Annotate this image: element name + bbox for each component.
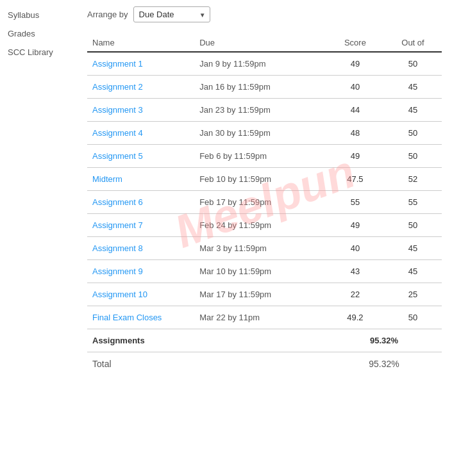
cell-due: Jan 30 by 11:59pm [194,122,326,145]
table-row: Assignment 6Feb 17 by 11:59pm5555 [87,191,442,214]
cell-score: 44 [326,99,384,122]
table-row: Assignment 8Mar 3 by 11:59pm4045 [87,237,442,260]
cell-outof: 50 [384,145,442,168]
header-outof: Out of [384,34,442,52]
arrange-select-wrapper: Due Date Name Score [133,6,210,22]
assignment-link[interactable]: Assignment 10 [92,290,147,299]
cell-name: Assignment 6 [87,191,194,214]
cell-outof: 50 [384,306,442,329]
table-row: Assignment 5Feb 6 by 11:59pm4950 [87,145,442,168]
assignment-link[interactable]: Final Exam Closes [92,313,162,322]
cell-score: 22 [326,283,384,306]
total-percent: 95.32% [326,352,442,376]
assignment-link[interactable]: Assignment 6 [92,197,143,207]
assignment-link[interactable]: Assignment 9 [92,267,143,276]
cell-outof: 50 [384,52,442,76]
cell-due: Jan 16 by 11:59pm [194,76,326,99]
table-row: Final Exam ClosesMar 22 by 11pm49.250 [87,306,442,329]
cell-name: Assignment 1 [87,52,194,76]
cell-name: Assignment 2 [87,76,194,99]
cell-outof: 45 [384,76,442,99]
table-header-row: Name Due Score Out of [87,34,442,52]
cell-score: 43 [326,260,384,283]
cell-score: 55 [326,191,384,214]
cell-name: Assignment 5 [87,145,194,168]
sidebar-item-syllabus[interactable]: Syllabus [8,10,69,20]
assignment-link[interactable]: Assignment 4 [92,128,143,138]
cell-due: Mar 17 by 11:59pm [194,283,326,306]
cell-score: 49.2 [326,306,384,329]
assignment-link[interactable]: Assignment 5 [92,151,143,161]
cell-outof: 50 [384,122,442,145]
table-row: MidtermFeb 10 by 11:59pm47.552 [87,168,442,191]
cell-score: 49 [326,145,384,168]
cell-due: Mar 10 by 11:59pm [194,260,326,283]
header-name: Name [87,34,194,52]
total-label: Total [87,352,326,376]
arrange-select[interactable]: Due Date Name Score [133,6,210,22]
cell-score: 47.5 [326,168,384,191]
summary-percent: 95.32% [326,329,442,352]
assignment-link[interactable]: Assignment 3 [92,105,143,115]
cell-outof: 45 [384,237,442,260]
assignment-link[interactable]: Assignment 7 [92,220,143,230]
sidebar-item-scc-library[interactable]: SCC Library [8,47,69,57]
assignment-link[interactable]: Midterm [92,174,122,184]
arrange-label: Arrange by [87,10,128,19]
header-due: Due [194,34,326,52]
total-row: Total95.32% [87,352,442,376]
sidebar: Syllabus Grades SCC Library [0,0,77,382]
cell-name: Assignment 3 [87,99,194,122]
assignment-link[interactable]: Assignment 8 [92,243,143,253]
table-row: Assignment 2Jan 16 by 11:59pm4045 [87,76,442,99]
cell-score: 49 [326,52,384,76]
cell-due: Jan 9 by 11:59pm [194,52,326,76]
cell-outof: 52 [384,168,442,191]
cell-name: Assignment 10 [87,283,194,306]
cell-name: Final Exam Closes [87,306,194,329]
main-content: Meelpun Arrange by Due Date Name Score N… [77,0,452,382]
cell-name: Midterm [87,168,194,191]
table-row: Assignment 7Feb 24 by 11:59pm4950 [87,214,442,237]
cell-due: Feb 17 by 11:59pm [194,191,326,214]
cell-due: Feb 24 by 11:59pm [194,214,326,237]
cell-name: Assignment 9 [87,260,194,283]
table-row: Assignment 9Mar 10 by 11:59pm4345 [87,260,442,283]
cell-name: Assignment 8 [87,237,194,260]
cell-score: 48 [326,122,384,145]
summary-row: Assignments95.32% [87,329,442,352]
cell-name: Assignment 7 [87,214,194,237]
assignment-link[interactable]: Assignment 2 [92,82,143,92]
cell-score: 40 [326,76,384,99]
grades-table: Name Due Score Out of Assignment 1Jan 9 … [87,34,442,375]
cell-due: Mar 22 by 11pm [194,306,326,329]
cell-due: Jan 23 by 11:59pm [194,99,326,122]
table-row: Assignment 4Jan 30 by 11:59pm4850 [87,122,442,145]
cell-name: Assignment 4 [87,122,194,145]
cell-outof: 45 [384,260,442,283]
cell-outof: 55 [384,191,442,214]
cell-outof: 45 [384,99,442,122]
table-row: Assignment 1Jan 9 by 11:59pm4950 [87,52,442,76]
cell-outof: 50 [384,214,442,237]
table-row: Assignment 3Jan 23 by 11:59pm4445 [87,99,442,122]
cell-due: Feb 6 by 11:59pm [194,145,326,168]
cell-due: Feb 10 by 11:59pm [194,168,326,191]
header-score: Score [326,34,384,52]
cell-outof: 25 [384,283,442,306]
sidebar-item-grades[interactable]: Grades [8,29,69,38]
cell-due: Mar 3 by 11:59pm [194,237,326,260]
assignment-link[interactable]: Assignment 1 [92,59,143,69]
arrange-row: Arrange by Due Date Name Score [87,6,442,22]
table-row: Assignment 10Mar 17 by 11:59pm2225 [87,283,442,306]
summary-label: Assignments [87,329,326,352]
cell-score: 49 [326,214,384,237]
cell-score: 40 [326,237,384,260]
